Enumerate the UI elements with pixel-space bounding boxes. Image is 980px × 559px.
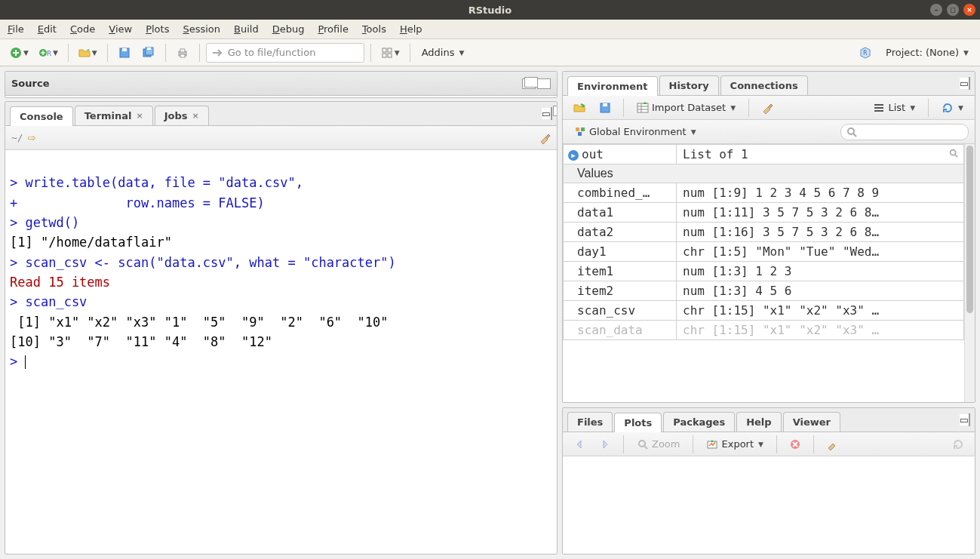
tab-jobs[interactable]: Jobs × — [155, 106, 209, 125]
remove-plot-button[interactable] — [785, 434, 806, 455]
tab-environment-label: Environment — [577, 81, 648, 92]
titlebar: RStudio – ◻ × — [0, 0, 980, 20]
zoom-button[interactable]: Zoom — [631, 435, 685, 453]
minimize-button[interactable]: – — [930, 4, 942, 16]
menu-file[interactable]: File — [8, 23, 24, 35]
refresh-plot-button[interactable] — [948, 434, 969, 455]
clear-env-brush-icon[interactable] — [757, 97, 778, 118]
env-maximize-icon[interactable] — [969, 77, 970, 90]
workspace: Source Console Terminal × Jobs × — [0, 66, 980, 559]
tab-environment[interactable]: Environment — [567, 76, 658, 96]
plot-next-button[interactable] — [594, 434, 616, 455]
env-row[interactable]: item1num [1:3] 1 2 3 — [564, 262, 964, 281]
addins-dropdown[interactable]: Addins ▼ — [416, 44, 470, 61]
plots-maximize-icon[interactable] — [969, 413, 970, 426]
tab-help[interactable]: Help — [736, 412, 781, 432]
env-scrollbar[interactable] — [964, 144, 975, 402]
tab-history[interactable]: History — [659, 75, 719, 95]
load-workspace-button[interactable] — [569, 97, 590, 118]
svg-rect-25 — [576, 127, 579, 131]
new-file-button[interactable]: ▼ — [6, 42, 32, 63]
save-all-icon — [143, 47, 155, 59]
console-minimize-icon[interactable]: ▭ — [542, 108, 551, 119]
project-r-icon[interactable]: R — [855, 42, 876, 63]
menu-profile[interactable]: Profile — [318, 23, 348, 35]
global-env-dropdown[interactable]: Global Environment ▼ — [569, 123, 702, 141]
env-row[interactable]: day1chr [1:5] "Mon" "Tue" "Wed… — [564, 242, 964, 262]
env-row[interactable]: combined_…num [1:9] 1 2 3 4 5 6 7 8 9 — [564, 183, 964, 203]
close-icon[interactable]: × — [192, 111, 199, 121]
svg-rect-12 — [388, 48, 392, 52]
source-maximize-icon[interactable] — [537, 78, 551, 89]
zoom-icon — [637, 438, 649, 450]
env-row[interactable]: data2num [1:16] 3 5 7 5 3 2 6 8… — [564, 223, 964, 242]
clear-console-brush-icon[interactable] — [539, 132, 551, 144]
export-dropdown[interactable]: Export ▼ — [701, 435, 768, 453]
save-all-button[interactable] — [138, 42, 159, 63]
env-scroll-thumb[interactable] — [966, 146, 973, 313]
svg-rect-7 — [147, 48, 151, 50]
menu-session[interactable]: Session — [183, 23, 220, 35]
plots-minimize-icon[interactable]: ▭ — [960, 414, 969, 425]
console-output[interactable]: > write.table(data, file = "data.csv", +… — [5, 150, 557, 554]
save-workspace-button[interactable] — [594, 97, 616, 118]
import-dataset-dropdown[interactable]: Import Dataset ▼ — [631, 99, 741, 117]
env-minimize-icon[interactable]: ▭ — [960, 78, 969, 89]
save-button[interactable] — [114, 42, 135, 63]
clear-plots-brush-icon[interactable] — [822, 434, 843, 455]
tab-files[interactable]: Files — [567, 412, 613, 432]
refresh-button[interactable]: ▼ — [936, 99, 969, 117]
grid-button[interactable]: ▼ — [377, 42, 404, 63]
close-icon[interactable]: × — [137, 111, 143, 121]
svg-rect-11 — [382, 48, 386, 52]
view-list-dropdown[interactable]: List ▼ — [868, 99, 920, 117]
env-row[interactable]: scan_datachr [1:15] "x1" "x2" "x3" … — [564, 321, 964, 340]
open-file-button[interactable]: ▼ — [75, 42, 101, 63]
maximize-button[interactable]: ◻ — [947, 4, 959, 16]
menu-build[interactable]: Build — [234, 23, 259, 35]
menu-edit[interactable]: Edit — [38, 23, 57, 35]
env-tabs: Environment History Connections ▭ — [563, 72, 975, 96]
source-title: Source — [11, 78, 49, 89]
menu-tools[interactable]: Tools — [362, 23, 386, 35]
menu-help[interactable]: Help — [400, 23, 422, 35]
tab-connections[interactable]: Connections — [720, 75, 808, 95]
expand-icon[interactable]: ▶ — [568, 150, 579, 161]
remove-icon — [789, 438, 801, 450]
console-pane: Console Terminal × Jobs × ▭ ~/ ⇨ — [5, 101, 558, 554]
tab-plots[interactable]: Plots — [614, 413, 662, 432]
addins-label: Addins — [422, 47, 455, 58]
plot-prev-button[interactable] — [569, 434, 590, 455]
env-row-out[interactable]: ▶out List of 1 — [564, 145, 964, 164]
tab-plots-label: Plots — [624, 417, 652, 428]
new-project-button[interactable]: R ▼ — [35, 42, 62, 63]
menu-code[interactable]: Code — [70, 23, 95, 35]
console-path-bar: ~/ ⇨ — [5, 126, 557, 150]
close-button[interactable]: × — [963, 4, 975, 16]
search-icon[interactable] — [948, 148, 959, 158]
menu-plots[interactable]: Plots — [146, 23, 169, 35]
project-dropdown[interactable]: Project: (None) ▼ — [880, 44, 974, 61]
print-button[interactable] — [172, 42, 193, 63]
svg-rect-14 — [388, 54, 392, 57]
svg-rect-18 — [637, 103, 648, 112]
save-icon — [599, 102, 611, 114]
tab-console[interactable]: Console — [10, 106, 73, 126]
env-row[interactable]: data1num [1:11] 3 5 7 5 3 2 6 8… — [564, 203, 964, 223]
bottom-tabs: Files Plots Packages Help Viewer ▭ — [563, 408, 975, 432]
env-toolbar: Import Dataset ▼ List ▼ ▼ — [563, 96, 975, 120]
open-wd-icon[interactable]: ⇨ — [28, 132, 36, 143]
project-label: Project: (None) — [886, 47, 959, 58]
tab-terminal[interactable]: Terminal × — [75, 106, 153, 125]
source-expand-windows-icon[interactable] — [522, 78, 536, 89]
env-row[interactable]: scan_csvchr [1:15] "x1" "x2" "x3" … — [564, 301, 964, 321]
tab-packages[interactable]: Packages — [663, 412, 735, 432]
env-search[interactable] — [840, 124, 969, 140]
tab-viewer[interactable]: Viewer — [783, 412, 840, 432]
menu-view[interactable]: View — [109, 23, 132, 35]
arrow-right-icon — [599, 438, 611, 450]
env-row[interactable]: item2num [1:3] 4 5 6 — [564, 281, 964, 301]
menu-debug[interactable]: Debug — [272, 23, 305, 35]
console-layout-icon[interactable] — [551, 107, 552, 120]
goto-file-function[interactable]: Go to file/function — [206, 43, 364, 63]
